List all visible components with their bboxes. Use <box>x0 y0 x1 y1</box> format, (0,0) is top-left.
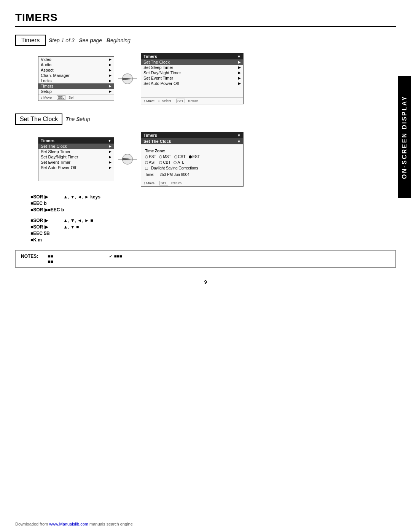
menu-item-autopow: Set Auto Power Off▶ <box>141 81 243 86</box>
page-footer: Downloaded from www.Manualslib.com manua… <box>15 522 396 526</box>
menu-item-aspect: Aspect▶ <box>38 67 114 73</box>
arrow-1: SEL <box>118 69 137 88</box>
section1-desc: Step 1 of 3 See page Beginning <box>49 37 131 43</box>
instr-line-1: ■SOR ▶ ▲, ▼, ◄, ► keys <box>30 194 396 200</box>
diagram-row-2: Timers ▼ Set The Clock▶ Set Sleep Timer▶… <box>38 132 396 187</box>
arrow-svg-2: SEL <box>118 150 137 169</box>
section1-label-row: Timers Step 1 of 3 See page Beginning <box>15 35 396 46</box>
page-number: 9 <box>15 279 396 285</box>
daylight-row: Daylight Saving Corrections <box>145 166 239 170</box>
instr-line-4: ■SOR ▶ ▲, ▼, ◄, ► ■ <box>30 218 396 223</box>
radio-atl: ATL <box>174 160 184 165</box>
section2-label-box: Set The Clock <box>15 113 62 125</box>
sidebar-label: ON-SCREEN DISPLAY <box>398 76 411 198</box>
timezone-label: Time Zone: <box>145 149 239 153</box>
section2-label-row: Set The Clock The Setup <box>15 113 396 125</box>
page-header: TIMERS <box>15 11 396 27</box>
menu-item-autopow2: Set Auto Power Off▶ <box>38 165 114 170</box>
screen-box-3: Timers ▼ Set The Clock▶ Set Sleep Timer▶… <box>38 137 114 181</box>
menu-item-locks: Locks▶ <box>38 78 114 83</box>
footer-left: Downloaded from www.Manualslib.com manua… <box>15 522 133 526</box>
notes-line-1: ■■ ✓ ■■■ <box>48 254 390 259</box>
time-row: Time: 253 PM Jun 8004 <box>145 173 239 177</box>
menu-item-setclock: Set The Clock▶ <box>141 59 243 65</box>
instr-group-1: ■SOR ▶ ▲, ▼, ◄, ► keys ■EEC b ■SOR ▶■EEC… <box>30 194 396 212</box>
menu-item-daynight2: Set Day/Night Timer▶ <box>38 154 114 160</box>
diagram-row-1: Video▶ Audio▶ Aspect▶ Chan. Manager▶ Loc… <box>38 53 396 104</box>
instr-group-2: ■SOR ▶ ▲, ▼, ◄, ► ■ ■SOR ▶ ▲, ▼ ■ ■EEC 5… <box>30 218 396 243</box>
section1-label-box: Timers <box>15 35 46 46</box>
arrow-2: SEL <box>118 150 137 169</box>
radio-pst: PST <box>145 155 156 159</box>
menu-header-timers2: Timers ▼ <box>38 137 114 144</box>
menu-subheader-setclock: Set The Clock ▼ <box>141 138 243 144</box>
time-label: Time: <box>145 173 159 177</box>
notes-content: ■■ ✓ ■■■ ■■ <box>48 254 390 264</box>
radio-est: EST <box>189 155 200 159</box>
menu-item-event: Set Event Timer▶ <box>141 75 243 81</box>
radio-cst: CST <box>174 155 186 159</box>
instr-line-3: ■SOR ▶■EEC b <box>30 207 396 212</box>
menu-item-event2: Set Event Timer▶ <box>38 160 114 165</box>
menu-item-setup: Setup▶ <box>38 89 114 94</box>
screen-box-2: Timers ▼ Set The Clock▶ Set Sleep Timer▶… <box>141 53 244 104</box>
clock-footer: ↕ Move SEL Return <box>141 180 243 186</box>
instr-line-5: ■SOR ▶ ▲, ▼ ■ <box>30 224 396 230</box>
page-container: TIMERS Timers Step 1 of 3 See page Begin… <box>0 0 411 532</box>
radio-mst: MST <box>159 155 171 159</box>
instr-line-6: ■EEC 5B <box>30 231 396 236</box>
screen-box-4: Timers ▼ Set The Clock ▼ Time Zone: PST … <box>141 132 244 187</box>
menu-item-daynight: Set Day/Night Timer▶ <box>141 70 243 75</box>
instructions-section: ■SOR ▶ ▲, ▼, ◄, ► keys ■EEC b ■SOR ▶■EEC… <box>30 194 396 243</box>
menu-item-sleep: Set Sleep Timer▶ <box>141 65 243 70</box>
notes-label: NOTES: <box>21 254 44 264</box>
menu-item-audio: Audio▶ <box>38 62 114 67</box>
section2-desc: The Setup <box>65 116 90 122</box>
daylight-label: Daylight Saving Corrections <box>151 166 198 170</box>
menu-footer-2: ↕ Move ↔ Select SEL Return <box>141 97 243 104</box>
radio-ast: AST <box>145 160 156 165</box>
timezone-row2: AST CBT ATL <box>145 160 239 165</box>
footer-link[interactable]: www.Manualslib.com <box>49 522 88 526</box>
page-title: TIMERS <box>15 11 58 23</box>
time-value: 253 PM Jun 8004 <box>160 173 190 177</box>
menu-item-sleep2: Set Sleep Timer▶ <box>38 149 114 154</box>
menu-header-timers3: Timers ▼ <box>141 132 243 138</box>
instr-line-7: ■K m <box>30 237 396 243</box>
clock-screen-body: Time Zone: PST MST CST EST AST CBT ATL D… <box>141 146 243 180</box>
radio-cbt: CBT <box>159 160 170 165</box>
menu-item-chan: Chan. Manager▶ <box>38 73 114 78</box>
screen-box-1: Video▶ Audio▶ Aspect▶ Chan. Manager▶ Loc… <box>38 56 114 101</box>
menu-footer-1: ↕ Move SEL Sel <box>38 94 114 101</box>
menu-item-video: Video▶ <box>38 57 114 62</box>
timezone-row1: PST MST CST EST <box>145 155 239 159</box>
notes-box: NOTES: ■■ ✓ ■■■ ■■ <box>15 250 396 268</box>
arrow-svg-1: SEL <box>118 69 137 88</box>
notes-line-2: ■■ <box>48 259 390 264</box>
instr-line-2: ■EEC b <box>30 201 396 206</box>
menu-item-setclock2: Set The Clock▶ <box>38 144 114 149</box>
menu-item-timers-selected: Timers▶ <box>38 83 114 89</box>
menu-header-timers: Timers ▼ <box>141 53 243 59</box>
daylight-checkbox <box>145 167 148 170</box>
